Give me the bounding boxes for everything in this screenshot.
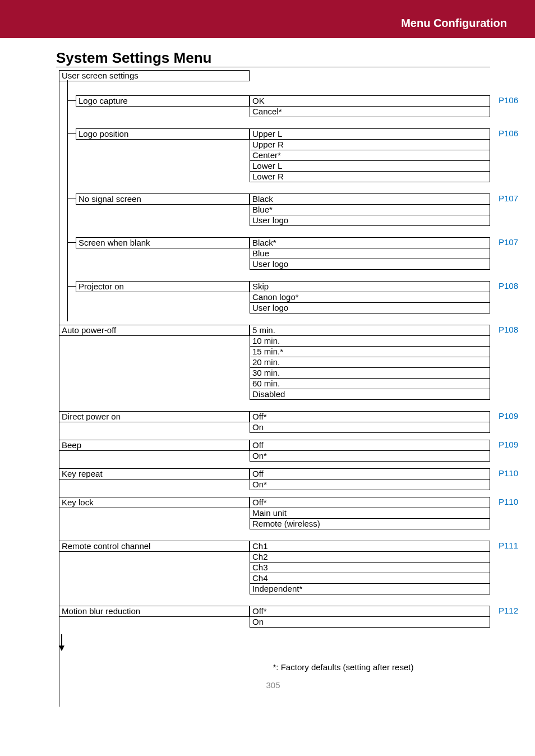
menu-subsection: Projector onSkipCanon logo*User logoP108	[59, 281, 490, 314]
option-value: On*	[250, 451, 490, 462]
menu-tree: User screen settings Logo captureOKCance…	[59, 70, 490, 651]
option-value: Remote (wireless)	[250, 519, 490, 529]
option-value: 30 min.	[250, 368, 490, 379]
page-reference-link[interactable]: P107	[499, 193, 518, 203]
page-title: System Settings Menu	[56, 49, 490, 67]
option-value: Skip	[250, 281, 490, 292]
menu-section: Motion blur reductionOff*OnP112	[59, 606, 490, 628]
menu-section: Direct power onOff*OnP109	[59, 411, 490, 433]
menu-section: BeepOffOn*P109	[59, 440, 490, 462]
option-value: Off	[250, 440, 490, 451]
menu-subsection: Logo captureOKCancel*P106	[59, 95, 490, 117]
option-value: Off	[250, 468, 490, 480]
page-reference-link[interactable]: P106	[499, 128, 518, 138]
option-value: On*	[250, 480, 490, 490]
menu-group-root: User screen settings	[59, 70, 490, 81]
option-value: Canon logo*	[250, 292, 490, 303]
page-reference-link[interactable]: P111	[499, 541, 518, 550]
content-area: System Settings Menu User screen setting…	[0, 38, 535, 707]
option-value: Upper R	[250, 140, 490, 150]
option-value: Blue	[250, 248, 490, 259]
menu-label: Remote control channel	[59, 541, 250, 552]
option-value: Upper L	[250, 128, 490, 140]
menu-sublabel: Logo position	[76, 128, 250, 140]
continuation-arrow-icon	[59, 634, 490, 651]
option-value: User logo	[250, 259, 490, 270]
menu-label: Key lock	[59, 497, 250, 508]
tree-connector	[67, 286, 76, 287]
page-reference-link[interactable]: P110	[499, 468, 518, 478]
option-value: Disabled	[250, 389, 490, 400]
option-value: Independent*	[250, 584, 490, 594]
menu-section: Key lockOff*Main unitRemote (wireless)P1…	[59, 497, 490, 529]
option-value: Ch1	[250, 541, 490, 552]
option-value: Main unit	[250, 508, 490, 519]
option-value: Blue*	[250, 205, 490, 215]
menu-label: Motion blur reduction	[59, 606, 250, 617]
option-value: Ch2	[250, 552, 490, 563]
menu-section: Key repeatOffOn*P110	[59, 468, 490, 490]
menu-sublabel: Logo capture	[76, 95, 250, 107]
option-value: Off*	[250, 411, 490, 422]
option-value: 15 min.*	[250, 347, 490, 357]
menu-label: Beep	[59, 440, 250, 451]
option-value: OK	[250, 95, 490, 107]
page-reference-link[interactable]: P110	[499, 497, 518, 506]
menu-sublabel: No signal screen	[76, 193, 250, 205]
tree-connector	[67, 100, 76, 101]
menu-label-user-screen: User screen settings	[59, 70, 250, 81]
option-value: Cancel*	[250, 107, 490, 117]
option-value: Off*	[250, 606, 490, 617]
page-reference-link[interactable]: P108	[499, 281, 518, 291]
option-value: 5 min.	[250, 325, 490, 336]
tree-connector	[67, 199, 76, 199]
option-value: 10 min.	[250, 336, 490, 347]
option-value: Ch3	[250, 563, 490, 573]
page-reference-link[interactable]: P106	[499, 95, 518, 105]
option-value: 60 min.	[250, 379, 490, 389]
option-value: Lower R	[250, 172, 490, 182]
option-value: Black*	[250, 237, 490, 248]
page-reference-link[interactable]: P109	[499, 411, 518, 421]
option-value: On	[250, 617, 490, 628]
tree-connector	[67, 133, 76, 134]
menu-section: Remote control channelCh1Ch2Ch3Ch4Indepe…	[59, 541, 490, 594]
footnote: *: Factory defaults (setting after reset…	[196, 662, 490, 672]
option-value: User logo	[250, 303, 490, 314]
option-value: 20 min.	[250, 357, 490, 368]
page-reference-link[interactable]: P107	[499, 237, 518, 247]
menu-subsection: No signal screenBlackBlue*User logoP107	[59, 193, 490, 226]
svg-marker-1	[59, 646, 64, 651]
page-reference-link[interactable]: P112	[499, 606, 518, 615]
option-value: Off*	[250, 497, 490, 508]
page-reference-link[interactable]: P109	[499, 440, 518, 449]
menu-label: Direct power on	[59, 411, 250, 422]
header-bar: Menu Configuration	[0, 0, 535, 38]
option-value: On	[250, 422, 490, 433]
menu-sublabel: Screen when blank	[76, 237, 250, 248]
menu-label: Auto power-off	[59, 325, 250, 336]
option-value: Ch4	[250, 573, 490, 584]
menu-sublabel: Projector on	[76, 281, 250, 292]
tree-connector	[67, 242, 76, 243]
menu-section: Auto power-off5 min.10 min.15 min.*20 mi…	[59, 325, 490, 400]
menu-label: Key repeat	[59, 468, 250, 480]
page-number: 305	[56, 680, 490, 690]
option-value: Black	[250, 193, 490, 205]
header-title: Menu Configuration	[401, 17, 507, 29]
option-value: Center*	[250, 150, 490, 161]
option-value: Lower L	[250, 161, 490, 172]
menu-subsection: Logo positionUpper LUpper RCenter*Lower …	[59, 128, 490, 182]
menu-subsection: Screen when blankBlack*BlueUser logoP107	[59, 237, 490, 270]
page-reference-link[interactable]: P108	[499, 325, 518, 334]
option-value: User logo	[250, 215, 490, 226]
